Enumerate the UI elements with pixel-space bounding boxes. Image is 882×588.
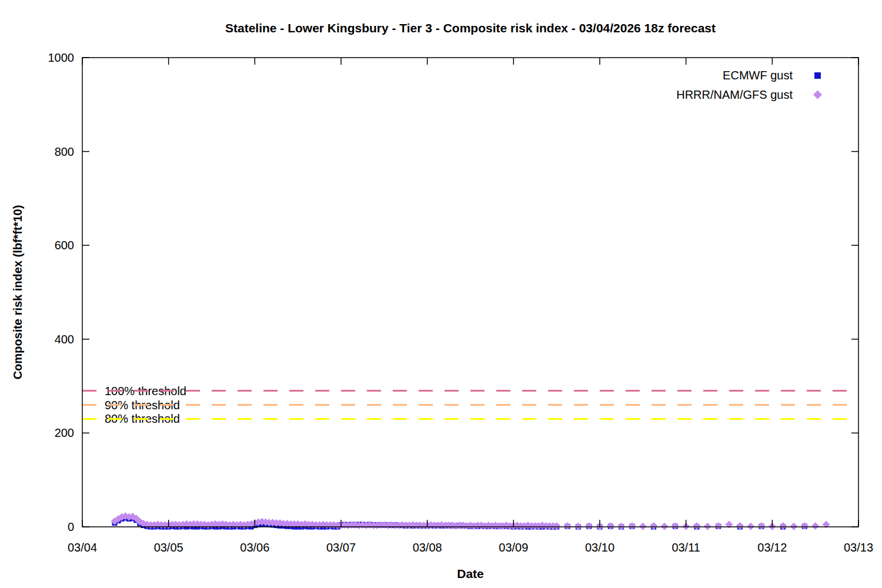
hrrr-point <box>790 523 798 530</box>
hrrr-point <box>607 522 614 530</box>
hrrr-point <box>736 522 744 530</box>
legend-diamond-marker <box>813 91 822 99</box>
x-axis-title: Date <box>82 567 858 581</box>
x-tick-label: 03/10 <box>585 541 614 554</box>
x-tick-label: 03/06 <box>240 541 269 554</box>
x-tick-label: 03/05 <box>154 541 183 554</box>
hrrr-point <box>758 522 766 530</box>
y-tick-label: 800 <box>55 145 74 158</box>
plot-border <box>82 58 858 527</box>
y-tick-label: 400 <box>55 333 74 346</box>
x-tick-label: 03/08 <box>413 541 442 554</box>
y-tick-label: 600 <box>55 239 74 252</box>
hrrr-point <box>639 523 647 530</box>
hrrr-point <box>779 522 787 530</box>
hrrr-point <box>585 522 593 530</box>
legend-square-marker <box>814 72 821 79</box>
x-tick-label: 03/04 <box>68 541 97 554</box>
hrrr-point <box>693 522 701 530</box>
hrrr-point <box>671 522 679 530</box>
hrrr-point <box>811 522 819 530</box>
hrrr-point <box>714 522 722 530</box>
hrrr-point <box>629 522 636 530</box>
hrrr-point <box>661 523 669 530</box>
x-tick-label: 03/11 <box>671 541 700 554</box>
plot-area: 100% threshold90% threshold80% threshold… <box>0 0 882 588</box>
x-tick-label: 03/07 <box>326 541 356 554</box>
y-tick-label: 200 <box>55 426 74 439</box>
hrrr-point <box>801 522 808 530</box>
y-tick-label: 0 <box>68 520 74 533</box>
hrrr-point <box>747 523 754 530</box>
x-tick-label: 03/09 <box>499 541 528 554</box>
y-tick-label: 1000 <box>48 51 75 64</box>
hrrr-point <box>564 522 572 530</box>
hrrr-point <box>617 523 625 530</box>
x-tick-label: 03/13 <box>844 541 873 554</box>
hrrr-point <box>650 522 657 530</box>
legend-label: HRRR/NAM/GFS gust <box>676 88 793 101</box>
legend-label: ECMWF gust <box>723 69 793 82</box>
hrrr-point <box>704 523 711 530</box>
hrrr-point <box>574 523 582 530</box>
x-tick-label: 03/12 <box>757 541 787 554</box>
